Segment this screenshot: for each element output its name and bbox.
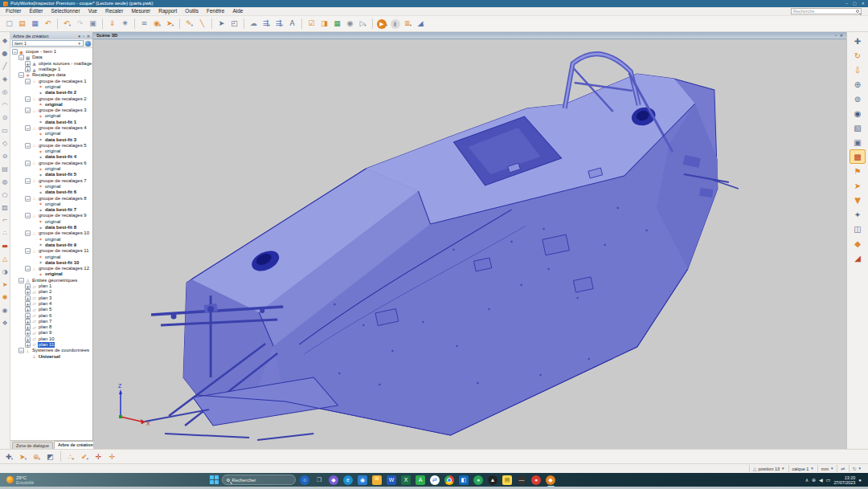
tree-item[interactable]: −∴groupe de recalages 10: [10, 230, 92, 236]
tree-item[interactable]: ✦data best-fit 7: [10, 207, 92, 213]
view-cube-button[interactable]: ▧: [850, 120, 866, 135]
text-annotation-button[interactable]: A: [286, 18, 298, 30]
align-target-button[interactable]: ⊕▾: [31, 450, 43, 463]
tree-item[interactable]: −◉coque - item 1: [10, 49, 92, 55]
probe-pen-button[interactable]: ╲: [196, 18, 208, 30]
expand-icon[interactable]: +: [25, 324, 31, 330]
collapse-icon[interactable]: −: [25, 248, 31, 254]
image-gallery-button[interactable]: ▷▾: [357, 18, 369, 30]
tree-item[interactable]: −∴groupe de recalages 5: [10, 143, 92, 149]
network-icon[interactable]: ⊕: [812, 477, 816, 483]
app-people[interactable]: ◉: [357, 474, 369, 486]
tree-item[interactable]: ✦data best-fit 5: [10, 172, 92, 177]
scene-3d-canvas[interactable]: Z X: [93, 39, 846, 449]
minimize-button[interactable]: –: [845, 0, 848, 7]
tree-item[interactable]: −∴groupe de recalages 4: [10, 125, 92, 131]
tree-item[interactable]: −✳Recalages data: [10, 72, 92, 78]
collapse-icon[interactable]: −: [18, 55, 24, 60]
expand-icon[interactable]: +: [25, 295, 31, 301]
menu-mesurer[interactable]: Mesurer: [127, 7, 154, 15]
app-loop[interactable]: ◆: [328, 474, 340, 486]
app-upload[interactable]: ▲: [487, 474, 499, 486]
panel-menu-button[interactable]: ▾: [79, 34, 81, 39]
feature-grid-button[interactable]: ▤: [0, 162, 10, 175]
filter-funnel-button[interactable]: ▼: [850, 193, 866, 207]
tree-item[interactable]: +▱plan 11: [10, 342, 92, 348]
tree-item[interactable]: ✦data best-fit 10: [10, 260, 92, 266]
viewport-header[interactable]: Scène 3D ▫✕: [93, 32, 846, 39]
tree-item[interactable]: +▱plan 10: [10, 336, 92, 342]
tree-item[interactable]: +▲maillage 1: [10, 67, 92, 72]
app-edge[interactable]: e: [342, 474, 354, 486]
tree-item[interactable]: ✦data best-fit 4: [10, 154, 92, 160]
color-map-button[interactable]: ▩: [850, 149, 866, 164]
pan-hand-button[interactable]: ✦: [850, 207, 866, 222]
feature-sphere-button[interactable]: ◍: [0, 175, 10, 188]
menu-rapport[interactable]: Rapport: [154, 7, 181, 15]
panel-close-button[interactable]: ✕: [87, 34, 90, 39]
open-project-button[interactable]: ▤: [16, 18, 28, 30]
translate-view-button[interactable]: ✚: [850, 34, 866, 48]
globe-align-button[interactable]: ◉▾: [151, 18, 163, 30]
menu-aide[interactable]: Aide: [228, 7, 247, 15]
tree-item[interactable]: ✶original: [10, 219, 92, 225]
tree-item[interactable]: ⊥Universel: [10, 353, 92, 359]
tree-item[interactable]: ✶original: [10, 149, 92, 154]
feature-surface-button[interactable]: ▨: [0, 201, 10, 214]
tab-arbre-de-creation[interactable]: Arbre de création: [54, 441, 97, 449]
device-tool-button[interactable]: ➤: [0, 278, 10, 291]
import-data-button[interactable]: ⇓: [106, 18, 118, 30]
zoom-window-button[interactable]: ⊕: [850, 77, 866, 92]
gauge-tool-button[interactable]: ◑: [0, 265, 10, 278]
flag-annotations-button[interactable]: ⚑: [850, 164, 866, 178]
camera-tool-button[interactable]: ◉: [0, 304, 10, 316]
tree-item[interactable]: ✶original: [10, 237, 92, 242]
tree-item[interactable]: +▱plan 5: [10, 307, 92, 312]
deviation-chart-button[interactable]: ◢▾: [415, 18, 427, 30]
tree-item[interactable]: +▱plan 4: [10, 301, 92, 307]
rotate-view-button[interactable]: ↻: [850, 48, 866, 63]
clapper-board-button[interactable]: ◩: [44, 450, 56, 463]
expand-icon[interactable]: +: [25, 330, 31, 336]
collapse-icon[interactable]: −: [25, 125, 31, 131]
tree-item[interactable]: ✦data best-fit 6: [10, 189, 92, 195]
start-button[interactable]: [210, 475, 219, 484]
checklist-button[interactable]: ☑: [305, 18, 317, 30]
tree-item[interactable]: −∴groupe de recalages 11: [10, 248, 92, 254]
tree-item[interactable]: ✶original: [10, 184, 92, 189]
app-teamviewer[interactable]: ⇄: [429, 474, 441, 486]
tab-zone-de-dialogue[interactable]: Zone de dialogue: [12, 442, 53, 449]
feature-line-button[interactable]: ╱: [0, 59, 10, 72]
tree-item[interactable]: ✶original: [10, 254, 92, 259]
expand-icon[interactable]: +: [25, 319, 31, 324]
scan-capture-button[interactable]: ➤▾: [164, 18, 176, 30]
pause-macro-button[interactable]: ▮: [389, 18, 401, 30]
feature-polygon-button[interactable]: ◇: [0, 137, 10, 149]
tree-item[interactable]: −∴groupe de recalages 3: [10, 108, 92, 113]
collapse-icon[interactable]: −: [25, 79, 31, 84]
app-chrome[interactable]: [444, 474, 456, 486]
collapse-icon[interactable]: −: [25, 230, 31, 236]
collapse-icon[interactable]: −: [25, 96, 31, 102]
probe-gun-button[interactable]: ➤▾: [17, 450, 29, 463]
probe-tool-button[interactable]: ➤: [850, 178, 866, 193]
save-button[interactable]: ▦: [29, 18, 41, 30]
app-green[interactable]: A: [415, 474, 427, 486]
tree-item[interactable]: ✶original: [10, 102, 92, 108]
expand-icon[interactable]: +: [25, 283, 31, 289]
status-position-selector[interactable]: △ position 13 ▼: [749, 465, 788, 472]
tree-panel-header[interactable]: Arbre de création ▾▫✕: [10, 32, 92, 39]
tree-item[interactable]: +▱plan 9: [10, 330, 92, 336]
measure-arm-button[interactable]: ✛: [92, 450, 104, 463]
tree-item[interactable]: −▦Data: [10, 55, 92, 60]
wedge-section-button[interactable]: ◆: [850, 236, 866, 251]
tree-item[interactable]: +▱plan 2: [10, 289, 92, 295]
app-task-view[interactable]: ❒: [313, 474, 326, 486]
snapshot-button[interactable]: ▣: [87, 18, 99, 30]
tree-item[interactable]: −◬Entités géométriques: [10, 278, 92, 283]
tree-item[interactable]: −∴groupe de recalages 9: [10, 213, 92, 218]
spray-compare-button[interactable]: ⇶▾: [260, 18, 272, 30]
pick-element-button[interactable]: ➤: [215, 18, 227, 30]
collapse-icon[interactable]: −: [25, 266, 31, 271]
notification-bell-icon[interactable]: ●: [858, 478, 862, 483]
